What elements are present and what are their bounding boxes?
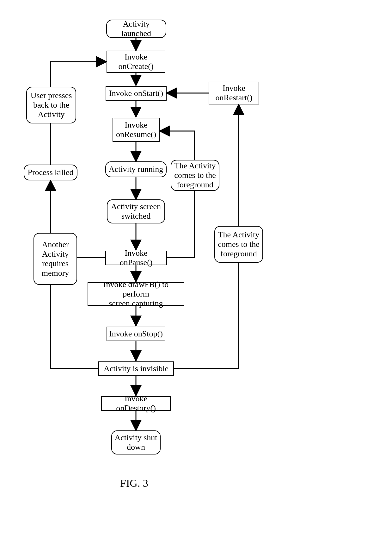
node-invoke-oncreate: InvokeonCreate() — [107, 51, 165, 73]
label: Invoke onDestory() — [104, 394, 168, 413]
node-invoke-ondestroy: Invoke onDestory() — [101, 396, 171, 411]
node-activity-launched: Activity launched — [106, 20, 166, 38]
node-invoke-onrestart: InvokeonRestart() — [209, 82, 259, 104]
label: Activity shutdown — [114, 433, 157, 452]
node-process-killed: Process killed — [24, 165, 77, 180]
label: User pressesback to theActivity — [31, 91, 72, 119]
label: Invoke onStart() — [109, 89, 163, 98]
label: Process killed — [28, 168, 73, 177]
node-activity-invisible: Activity is invisible — [98, 361, 174, 376]
label: Invoke drawFB() to performscreen capturi… — [90, 280, 182, 308]
label: Invoke onStop() — [109, 329, 163, 339]
node-invoke-drawfb: Invoke drawFB() to performscreen capturi… — [88, 282, 184, 306]
node-activity-running: Activity running — [105, 161, 167, 177]
node-invoke-onresume: InvokeonResume() — [113, 118, 160, 142]
node-activity-shutdown: Activity shutdown — [111, 430, 161, 454]
node-user-presses-back: User pressesback to theActivity — [26, 87, 76, 123]
node-foreground-2: The Activitycomes to theforeground — [214, 226, 263, 263]
label: Activity screenswitched — [111, 202, 161, 221]
label: Activity is invisible — [104, 364, 168, 373]
figure-label: FIG. 3 — [120, 477, 148, 489]
node-activity-screen-switched: Activity screenswitched — [107, 199, 165, 223]
node-invoke-onpause: Invoke onPause() — [105, 251, 167, 265]
label: Activity running — [109, 165, 163, 174]
label: The Activitycomes to theforeground — [218, 230, 259, 259]
label: InvokeonResume() — [116, 120, 156, 139]
label: AnotherActivityrequiresmemory — [42, 240, 69, 278]
node-invoke-onstop: Invoke onStop() — [107, 327, 165, 341]
label: InvokeonCreate() — [118, 52, 153, 71]
node-another-activity-memory: AnotherActivityrequiresmemory — [34, 233, 77, 285]
node-foreground-1: The Activitycomes to theforeground — [171, 160, 219, 191]
flowchart-canvas: Activity launched InvokeonCreate() Invok… — [0, 0, 392, 545]
label: InvokeonRestart() — [216, 84, 253, 103]
label: The Activitycomes to theforeground — [174, 161, 216, 190]
node-invoke-onstart: Invoke onStart() — [106, 86, 167, 101]
label: Activity launched — [109, 19, 164, 38]
label: Invoke onPause() — [108, 248, 164, 267]
